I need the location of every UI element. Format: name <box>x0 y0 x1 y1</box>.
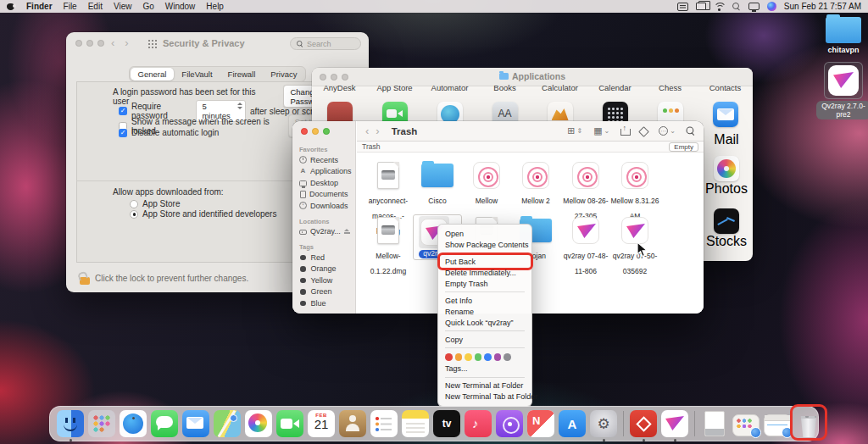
eject-icon[interactable] <box>344 229 350 235</box>
news-icon[interactable] <box>527 410 554 437</box>
sidebar-item-qv2ray-volume[interactable]: Qv2ray... <box>292 226 355 238</box>
menu-item-copy[interactable]: Copy <box>438 334 531 345</box>
app-label[interactable]: Chess <box>643 83 698 92</box>
file-mellow[interactable]: Mellow <box>462 159 511 207</box>
anydesk-icon[interactable] <box>630 410 657 437</box>
back-forward-buttons[interactable]: ‹› <box>111 36 139 49</box>
safari-icon[interactable] <box>120 410 147 437</box>
file-mellow-dmg[interactable]: Mellow-0.1.22.dmg <box>364 214 413 277</box>
file-qv2ray-3[interactable]: qv2ray 07-50-035692 <box>610 214 659 277</box>
app-label[interactable]: Calculator <box>532 83 587 92</box>
menu-edit[interactable]: Edit <box>86 2 104 11</box>
maps-icon[interactable] <box>214 410 241 437</box>
menu-item-get-info[interactable]: Get Info <box>438 295 531 306</box>
tag-color-dot[interactable] <box>494 353 502 361</box>
display-icon[interactable] <box>748 3 760 10</box>
menu-item-open[interactable]: Open <box>438 228 531 239</box>
close-icon[interactable] <box>320 74 326 80</box>
messages-icon[interactable] <box>151 410 178 437</box>
sidebar-tag-blue[interactable]: Blue <box>292 297 355 309</box>
qv2ray-icon[interactable] <box>661 410 688 437</box>
apple-menu-icon[interactable] <box>7 2 14 11</box>
security-titlebar[interactable]: ‹› Security & Privacy Search <box>66 32 369 54</box>
sidebar-tag-red[interactable]: Red <box>292 252 355 264</box>
zoom-icon[interactable] <box>323 128 330 135</box>
menu-item-rename[interactable]: Rename <box>438 306 531 317</box>
facetime-icon[interactable] <box>276 410 303 437</box>
show-all-icon[interactable] <box>147 39 157 48</box>
back-button[interactable]: ‹ <box>365 125 369 137</box>
trash-icon[interactable] <box>795 410 822 437</box>
minimize-icon[interactable] <box>312 128 319 135</box>
mail-icon[interactable] <box>713 102 738 127</box>
menu-item-new-terminal[interactable]: New Terminal at Folder <box>438 380 531 391</box>
calendar-icon[interactable]: FEB21 <box>308 410 335 437</box>
tag-color-dot[interactable] <box>445 353 453 361</box>
desktop-icon-qv2ray[interactable]: Qv2ray 2.7.0-pre2 <box>816 62 868 120</box>
file-mellow-2[interactable]: Mellow 2 <box>511 159 560 207</box>
disk-image-icon[interactable] <box>701 410 728 437</box>
app-label[interactable]: AnyDesk <box>312 83 367 92</box>
contacts-icon[interactable] <box>339 410 366 437</box>
menu-item-put-back[interactable]: Put Back <box>438 256 531 267</box>
tag-color-dot[interactable] <box>475 353 482 361</box>
menu-bar-clock[interactable]: Sun Feb 21 7:57 AM <box>784 2 861 11</box>
app-label[interactable]: Calendar <box>587 83 643 92</box>
search-icon[interactable] <box>687 126 696 136</box>
menu-item-tags[interactable]: Tags... <box>438 364 531 375</box>
podcasts-icon[interactable] <box>496 410 523 437</box>
app-stocks[interactable]: Stocks <box>700 208 753 249</box>
empty-trash-button[interactable]: Empty <box>669 142 698 152</box>
app-photos[interactable]: Photos <box>700 156 753 197</box>
tag-color-dot[interactable] <box>484 353 492 361</box>
tag-color-dot[interactable] <box>465 353 472 361</box>
input-source-icon[interactable] <box>677 3 688 11</box>
disable-auto-login-checkbox[interactable]: ✓ <box>119 129 127 137</box>
app-store-radio[interactable] <box>130 200 138 208</box>
tag-color-dot[interactable] <box>455 353 463 361</box>
file-mellow-3[interactable]: Mellow 08-26-27-305 <box>561 159 610 222</box>
menu-view[interactable]: View <box>112 2 134 11</box>
minimize-icon[interactable] <box>331 74 337 80</box>
app-label[interactable]: Automator <box>422 83 477 92</box>
minimized-window-finder-icon[interactable] <box>764 414 791 436</box>
forward-button[interactable]: › <box>376 125 379 137</box>
file-cisco[interactable]: Cisco <box>413 159 462 207</box>
mail-icon[interactable] <box>182 410 209 437</box>
sidebar-item-recents[interactable]: Recents <box>292 154 355 166</box>
system-preferences-icon[interactable] <box>590 410 617 437</box>
tab-filevault[interactable]: FileVault <box>174 68 220 80</box>
siri-icon[interactable] <box>767 2 776 11</box>
file-mellow-4[interactable]: Mellow 8.31.26 AM <box>610 159 659 222</box>
sidebar-tag-orange[interactable]: Orange <box>292 264 355 275</box>
mission-control-icon[interactable] <box>696 3 706 10</box>
menu-item-delete-immediately[interactable]: Delete Immediately... <box>438 267 531 278</box>
minimized-window-apps-icon[interactable] <box>732 414 760 436</box>
actions-icon[interactable]: ⋯⌄ <box>659 126 676 136</box>
tab-firewall[interactable]: Firewall <box>220 68 264 80</box>
menu-item-new-terminal-tab[interactable]: New Terminal Tab at Folder <box>438 391 531 402</box>
window-controls[interactable] <box>320 74 348 80</box>
tags-icon[interactable] <box>638 126 649 137</box>
reminders-icon[interactable] <box>370 410 398 437</box>
music-icon[interactable] <box>465 410 492 437</box>
menu-help[interactable]: Help <box>204 2 225 11</box>
window-controls[interactable] <box>301 128 330 135</box>
menu-item-quick-look[interactable]: Quick Look “qv2ray” <box>438 317 531 328</box>
minimize-icon[interactable] <box>86 40 93 47</box>
app-label[interactable]: Books <box>477 83 532 92</box>
lock-icon[interactable] <box>80 272 91 285</box>
sidebar-item-downloads[interactable]: Downloads <box>292 200 355 212</box>
sidebar-tag-green[interactable]: Green <box>292 286 355 298</box>
tab-privacy[interactable]: Privacy <box>263 68 304 80</box>
group-by-icon[interactable]: ▦⌄ <box>593 125 609 136</box>
sidebar-item-desktop[interactable]: Desktop <box>292 177 355 189</box>
share-icon[interactable] <box>620 126 629 136</box>
app-store-icon[interactable] <box>559 410 586 437</box>
spotlight-icon[interactable] <box>732 3 741 11</box>
search-field[interactable]: Search <box>290 37 361 50</box>
sidebar-item-documents[interactable]: Documents <box>292 189 355 201</box>
menu-file[interactable]: File <box>62 2 79 11</box>
app-label[interactable]: Contacts <box>698 83 753 92</box>
tv-icon[interactable] <box>433 410 460 437</box>
